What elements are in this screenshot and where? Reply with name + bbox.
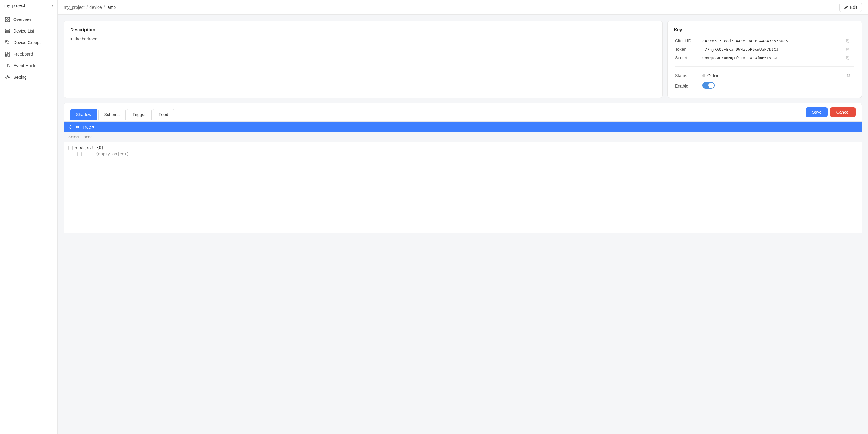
sidebar-item-freeboard[interactable]: Freeboard: [0, 48, 57, 60]
breadcrumb-current: lamp: [107, 5, 116, 10]
secret-value: QnWqD2WHKOKNQ1fS16-TWawfmP5TvEGU: [701, 54, 845, 62]
svg-rect-5: [5, 31, 10, 32]
save-button[interactable]: Save: [806, 107, 828, 117]
tabs-section: Shadow Schema Trigger Feed Save Cancel: [64, 103, 862, 234]
page-content: Description in the bedroom Key Client ID…: [58, 14, 868, 434]
token-value: n7PhjRAQsvEkan9WHzbwP9cmUaP7N1CJ: [701, 45, 845, 54]
enable-label: Enable: [674, 80, 695, 91]
tag-icon: [5, 40, 10, 45]
tree-content: ▼ object {0} (empty object): [64, 142, 862, 233]
edit-button[interactable]: Edit: [839, 3, 862, 12]
tab-feed[interactable]: Feed: [153, 109, 174, 120]
tab-schema[interactable]: Schema: [98, 109, 126, 120]
client-id-value: e42c8613-cad2-44ee-94ac-44c43c5380e5: [701, 36, 845, 45]
sidebar-label-setting: Setting: [13, 75, 27, 80]
description-card: Description in the bedroom: [64, 21, 662, 98]
tabs-header: Shadow Schema Trigger Feed Save Cancel: [64, 103, 862, 122]
chevron-down-icon: ▾: [51, 3, 53, 8]
offline-dot: [702, 74, 705, 77]
sidebar-item-device-groups[interactable]: Device Groups: [0, 37, 57, 48]
tab-trigger[interactable]: Trigger: [127, 109, 152, 120]
svg-point-12: [7, 76, 8, 78]
sidebar-item-event-hooks[interactable]: Event Hooks: [0, 60, 57, 71]
page-header: my_project / device / lamp Edit: [58, 0, 868, 14]
tree-root-label: object {0}: [80, 145, 104, 150]
key-title: Key: [674, 27, 856, 32]
key-card: Key Client ID : e42c8613-cad2-44ee-94ac-…: [668, 21, 862, 98]
breadcrumb: my_project / device / lamp: [64, 5, 116, 10]
svg-rect-8: [5, 52, 7, 55]
secret-label: Secret: [674, 54, 695, 62]
key-row-token: Token : n7PhjRAQsvEkan9WHzbwP9cmUaP7N1CJ…: [674, 45, 856, 54]
description-title: Description: [70, 27, 656, 32]
sidebar: my_project ▾ Overview Device List Device…: [0, 0, 58, 434]
client-id-label: Client ID: [674, 36, 695, 45]
token-colon: :: [695, 45, 701, 54]
breadcrumb-sep-2: /: [104, 5, 105, 10]
sidebar-label-device-groups: Device Groups: [13, 40, 42, 45]
description-text: in the bedroom: [70, 36, 656, 41]
enable-toggle[interactable]: [702, 82, 715, 89]
key-row-clientid: Client ID : e42c8613-cad2-44ee-94ac-44c4…: [674, 36, 856, 45]
svg-point-7: [6, 41, 7, 42]
copy-token-button[interactable]: ⎘: [845, 45, 856, 54]
client-id-colon: :: [695, 36, 701, 45]
breadcrumb-section: device: [89, 5, 101, 10]
status-colon: :: [695, 71, 701, 80]
tree-chevron-icon: ▾: [92, 125, 94, 129]
tabs-actions: Save Cancel: [806, 107, 856, 121]
status-refresh-cell: ↻: [845, 71, 856, 80]
svg-rect-9: [8, 52, 10, 53]
grid-icon: [5, 17, 10, 22]
list-icon: [5, 28, 10, 34]
status-value: Offline: [701, 71, 845, 80]
svg-rect-1: [8, 17, 10, 19]
edit-icon: [844, 5, 848, 9]
copy-clientid-button[interactable]: ⎘: [845, 36, 856, 45]
hook-icon: [5, 63, 10, 68]
tree-label: Tree: [82, 125, 91, 129]
tabs: Shadow Schema Trigger Feed: [70, 109, 175, 120]
enable-row: Enable :: [674, 80, 856, 91]
svg-rect-0: [5, 17, 7, 19]
shadow-toolbar: ⇕ ⇔ Tree ▾: [64, 122, 862, 132]
sidebar-label-freeboard: Freeboard: [13, 52, 33, 57]
svg-rect-6: [5, 32, 10, 33]
secret-colon: :: [695, 54, 701, 62]
dashboard-icon: [5, 51, 10, 57]
toggle-knob: [708, 83, 714, 88]
cancel-button[interactable]: Cancel: [830, 107, 856, 117]
tree-arrow-root[interactable]: ▼: [74, 146, 78, 150]
collapse-icon[interactable]: ⇔: [75, 124, 79, 130]
copy-secret-button[interactable]: ⎘: [845, 54, 856, 62]
sidebar-item-overview[interactable]: Overview: [0, 14, 57, 25]
token-label: Token: [674, 45, 695, 54]
expand-icon[interactable]: ⇕: [68, 124, 72, 130]
shadow-hint: Select a node...: [64, 132, 862, 142]
tree-empty-checkbox[interactable]: [78, 152, 82, 156]
svg-rect-3: [8, 20, 10, 22]
enable-toggle-cell: [701, 80, 845, 91]
project-name: my_project: [4, 3, 25, 8]
status-indicator: Offline: [702, 73, 719, 78]
breadcrumb-project: my_project: [64, 5, 85, 10]
tree-root-row: ▼ object {0}: [68, 144, 857, 151]
tree-root-checkbox[interactable]: [68, 146, 73, 150]
tree-dropdown-button[interactable]: Tree ▾: [82, 125, 94, 129]
project-selector[interactable]: my_project ▾: [0, 0, 57, 11]
status-label: Status: [674, 71, 695, 80]
svg-rect-11: [5, 55, 7, 56]
edit-label: Edit: [850, 5, 857, 10]
shadow-panel: ⇕ ⇔ Tree ▾ Select a node... ▼ object {0}: [64, 122, 862, 233]
svg-rect-4: [5, 29, 10, 30]
sidebar-item-device-list[interactable]: Device List: [0, 25, 57, 37]
svg-rect-2: [5, 20, 7, 22]
svg-rect-10: [8, 54, 10, 56]
refresh-icon[interactable]: ↻: [846, 73, 850, 78]
status-row: Status : Offline ↻: [674, 71, 856, 80]
sidebar-label-overview: Overview: [13, 17, 31, 22]
enable-colon: :: [695, 80, 701, 91]
tab-shadow[interactable]: Shadow: [70, 109, 97, 120]
sidebar-item-setting[interactable]: Setting: [0, 71, 57, 83]
breadcrumb-sep-1: /: [86, 5, 88, 10]
